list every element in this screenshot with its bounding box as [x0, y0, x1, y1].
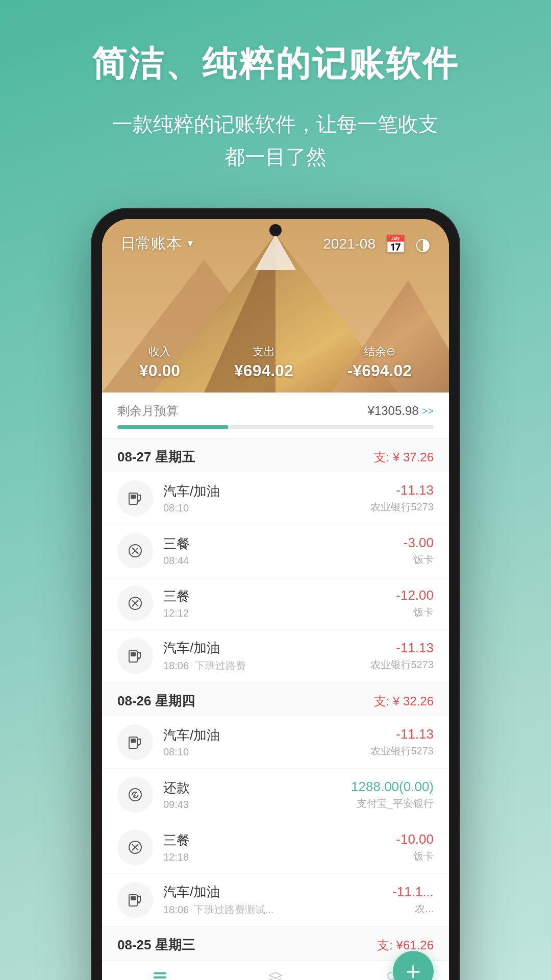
transaction-name: 汽车/加油 — [163, 883, 392, 901]
transaction-account: 饭卡 — [404, 553, 434, 567]
balance-value: -¥694.02 — [347, 361, 412, 380]
transaction-account: 农... — [392, 902, 434, 916]
expense-label: 支出 — [234, 344, 293, 359]
transaction-right: -3.00 饭卡 — [404, 535, 434, 567]
transaction-time: 18:06 下班过路费测试... — [163, 903, 392, 917]
income-value: ¥0.00 — [139, 361, 180, 380]
svg-point-9 — [138, 500, 140, 502]
fuel-icon — [117, 638, 153, 674]
nav-item-assets[interactable]: 资产 — [218, 969, 334, 980]
transaction-right: -12.00 饭卡 — [396, 587, 434, 619]
transaction-account: 农业银行5273 — [370, 744, 434, 758]
svg-point-29 — [138, 901, 140, 903]
budget-value[interactable]: ¥1305.98 >> — [368, 404, 434, 418]
transaction-name: 汽车/加油 — [163, 726, 370, 744]
transaction-item[interactable]: 三餐 12:18 -10.00 饭卡 — [102, 821, 449, 874]
progress-fill — [117, 425, 228, 429]
day-title-0826: 08-26 星期四 — [117, 692, 195, 710]
transaction-time: 08:10 — [163, 746, 370, 758]
camera-dot — [269, 224, 282, 236]
transaction-account: 饭卡 — [396, 605, 434, 619]
phone-header: 日常账本 2021-08 📅 ◑ 收入 ¥0.00 支出 ¥694.02 — [102, 219, 449, 393]
transaction-item[interactable]: 三餐 12:12 -12.00 饭卡 — [102, 577, 449, 630]
transaction-time: 12:12 — [163, 607, 396, 619]
transaction-name: 还款 — [163, 779, 351, 797]
header-date: 2021-08 — [323, 236, 375, 252]
budget-chevron-icon: >> — [422, 405, 434, 417]
transaction-item[interactable]: 汽车/加油 08:10 -11.13 农业银行5273 — [102, 716, 449, 769]
day-total-0825: 支: ¥61.26 — [377, 937, 434, 953]
calendar-icon[interactable]: 📅 — [385, 234, 406, 254]
svg-rect-17 — [131, 652, 136, 656]
transaction-right: -11.13 农业银行5273 — [370, 482, 434, 514]
meals-icon — [117, 585, 153, 621]
transaction-amount: 1288.00(0.00) — [351, 779, 434, 795]
svg-rect-20 — [131, 739, 136, 743]
transaction-info: 汽车/加油 08:10 — [163, 482, 370, 514]
transaction-time: 18:06 下班过路费 — [163, 659, 370, 673]
transaction-name: 三餐 — [163, 587, 396, 605]
transaction-name: 汽车/加油 — [163, 482, 370, 500]
day-header-0826: 08-26 星期四 支: ¥ 32.26 — [102, 683, 449, 716]
transaction-time: 12:18 — [163, 851, 396, 863]
expense-value: ¥694.02 — [234, 361, 293, 380]
transaction-right: 1288.00(0.00) 支付宝_平安银行 — [351, 779, 434, 811]
header-stats: 收入 ¥0.00 支出 ¥694.02 结余⊖ -¥694.02 — [102, 344, 449, 380]
transaction-amount: -11.1... — [392, 884, 434, 900]
subtitle: 一款纯粹的记账软件，让每一笔收支 都一目了然 — [112, 108, 439, 173]
income-label: 收入 — [139, 344, 180, 359]
transaction-item[interactable]: 汽车/加油 18:06 下班过路费测试... -11.1... 农... — [102, 874, 449, 926]
balance-label: 结余⊖ — [347, 344, 412, 359]
transaction-amount: -12.00 — [396, 587, 434, 603]
day-header-0827: 08-27 星期五 支: ¥ 37.26 — [102, 439, 449, 472]
svg-rect-30 — [154, 972, 166, 974]
transaction-name: 汽车/加油 — [163, 639, 370, 657]
header-right-icons: 2021-08 📅 ◑ — [323, 234, 431, 254]
transaction-name: 三餐 — [163, 831, 396, 849]
repay-icon: ¥ — [117, 777, 153, 813]
svg-rect-31 — [154, 976, 166, 978]
transaction-item[interactable]: 三餐 08:44 -3.00 饭卡 — [102, 525, 449, 577]
day-title-0827: 08-27 星期五 — [117, 448, 195, 466]
transaction-time: 08:44 — [163, 555, 404, 567]
balance-stat: 结余⊖ -¥694.02 — [347, 344, 412, 380]
list-icon — [151, 969, 169, 980]
transaction-item[interactable]: ¥ 还款 09:43 1288.00(0.00) 支付宝_平安银行 — [102, 769, 449, 821]
day-group-0825: 08-25 星期三 支: ¥61.26 — [102, 927, 449, 961]
day-group-0827: 08-27 星期五 支: ¥ 37.26 汽车/加油 — [102, 439, 449, 683]
transaction-info: 汽车/加油 18:06 下班过路费 — [163, 639, 370, 673]
chart-icon[interactable]: ◑ — [415, 234, 431, 254]
transaction-list: 08-27 星期五 支: ¥ 37.26 汽车/加油 — [102, 439, 449, 961]
transaction-right: -10.00 饭卡 — [396, 831, 434, 863]
progress-bar: 35% — [117, 425, 434, 429]
transaction-item[interactable]: 汽车/加油 18:06 下班过路费 -11.13 农业银行5273 — [102, 630, 449, 682]
transaction-amount: -11.13 — [370, 726, 434, 742]
budget-section: 剩余月预算 ¥1305.98 >> 35% — [102, 393, 449, 439]
fuel-icon — [117, 724, 153, 760]
transaction-account: 农业银行5273 — [370, 500, 434, 514]
day-total-0826: 支: ¥ 32.26 — [374, 693, 434, 709]
transaction-right: -11.13 农业银行5273 — [370, 640, 434, 672]
svg-rect-28 — [131, 896, 136, 900]
transaction-info: 汽车/加油 18:06 下班过路费测试... — [163, 883, 392, 917]
transaction-info: 还款 09:43 — [163, 779, 351, 811]
day-group-0826: 08-26 星期四 支: ¥ 32.26 汽车/加油 — [102, 683, 449, 927]
transaction-right: -11.1... 农... — [392, 884, 434, 916]
transaction-info: 三餐 12:12 — [163, 587, 396, 619]
day-header-0825: 08-25 星期三 支: ¥61.26 — [102, 927, 449, 960]
transaction-amount: -3.00 — [404, 535, 434, 551]
day-title-0825: 08-25 星期三 — [117, 936, 195, 954]
svg-point-18 — [138, 657, 140, 659]
fuel-icon — [117, 882, 153, 918]
fuel-icon — [117, 480, 153, 516]
main-title: 简洁、纯粹的记账软件 — [92, 41, 459, 87]
expense-stat: 支出 ¥694.02 — [234, 344, 293, 380]
transaction-amount: -11.13 — [370, 482, 434, 498]
svg-point-21 — [138, 744, 140, 746]
layers-icon — [266, 969, 285, 980]
svg-rect-8 — [131, 495, 136, 499]
transaction-item[interactable]: 汽车/加油 08:10 -11.13 农业银行5273 — [102, 472, 449, 525]
nav-item-bills[interactable]: 账单 — [102, 969, 218, 980]
transaction-info: 汽车/加油 08:10 — [163, 726, 370, 758]
account-name[interactable]: 日常账本 — [120, 233, 195, 254]
